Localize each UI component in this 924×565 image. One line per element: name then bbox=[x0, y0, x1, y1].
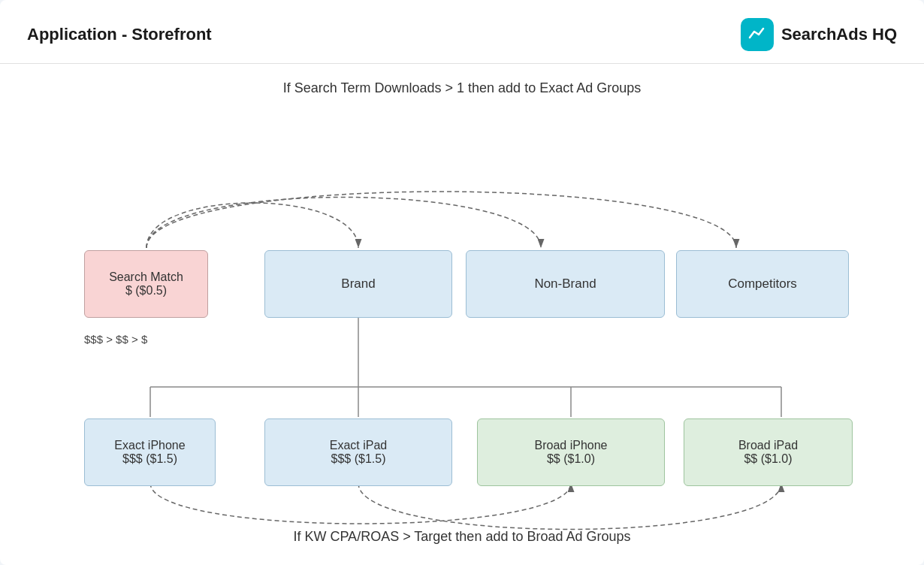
competitors-line1: Competitors bbox=[728, 276, 797, 292]
middle-label: $$$ > $$ > $ bbox=[84, 333, 147, 346]
exact-iphone-line2: $$$ ($1.5) bbox=[122, 452, 177, 466]
box-exact-ipad: Exact iPad $$$ ($1.5) bbox=[264, 418, 452, 486]
page-title: Application - Storefront bbox=[27, 25, 212, 44]
exact-ipad-line2: $$$ ($1.5) bbox=[331, 452, 386, 466]
broad-ipad-line2: $$ ($1.0) bbox=[744, 452, 792, 466]
box-broad-iphone: Broad iPhone $$ ($1.0) bbox=[477, 418, 665, 486]
search-match-line2: $ ($0.5) bbox=[125, 284, 167, 298]
non-brand-line1: Non-Brand bbox=[534, 276, 596, 292]
box-brand: Brand bbox=[264, 250, 452, 318]
bottom-label: If KW CPA/ROAS > Target then add to Broa… bbox=[0, 529, 924, 545]
top-label: If Search Term Downloads > 1 then add to… bbox=[0, 64, 924, 96]
box-broad-ipad: Broad iPad $$ ($1.0) bbox=[684, 418, 853, 486]
logo-text: SearchAds HQ bbox=[781, 25, 897, 44]
brand-line1: Brand bbox=[341, 276, 375, 292]
broad-iphone-line1: Broad iPhone bbox=[535, 439, 608, 452]
main-container: Application - Storefront SearchAds HQ If… bbox=[0, 0, 924, 565]
exact-ipad-line1: Exact iPad bbox=[330, 439, 387, 452]
box-exact-iphone: Exact iPhone $$$ ($1.5) bbox=[84, 418, 216, 486]
broad-iphone-line2: $$ ($1.0) bbox=[547, 452, 595, 466]
diagram-area: If Search Term Downloads > 1 then add to… bbox=[0, 64, 924, 565]
box-search-match: Search Match $ ($0.5) bbox=[84, 250, 208, 318]
exact-iphone-line1: Exact iPhone bbox=[114, 439, 185, 452]
broad-ipad-line1: Broad iPad bbox=[738, 439, 798, 452]
logo-area: SearchAds HQ bbox=[741, 18, 897, 51]
search-match-line1: Search Match bbox=[109, 270, 183, 284]
box-competitors: Competitors bbox=[676, 250, 849, 318]
header: Application - Storefront SearchAds HQ bbox=[0, 0, 924, 63]
box-non-brand: Non-Brand bbox=[466, 250, 665, 318]
logo-icon bbox=[741, 18, 774, 51]
